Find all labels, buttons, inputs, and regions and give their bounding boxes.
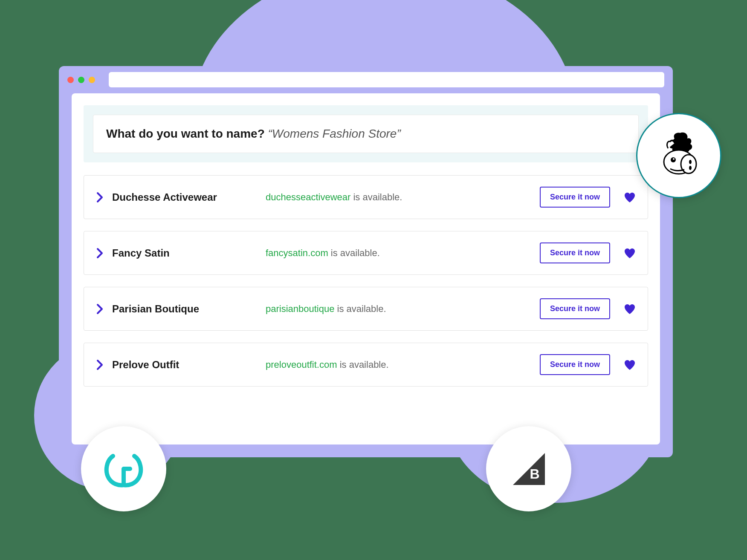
heart-icon[interactable] <box>624 192 636 203</box>
results-list: Duchesse Activewear duchesseactivewear i… <box>84 175 648 387</box>
result-availability: preloveoutfit.com is available. <box>266 359 531 370</box>
page-content: What do you want to name? “Womens Fashio… <box>72 93 660 445</box>
url-bar[interactable] <box>109 72 664 87</box>
godaddy-icon <box>100 447 147 490</box>
result-row[interactable]: Fancy Satin fancysatin.com is available.… <box>84 231 648 275</box>
partner-badge-godaddy <box>81 426 166 511</box>
secure-button[interactable]: Secure it now <box>540 354 610 375</box>
result-domain: fancysatin.com <box>266 248 328 258</box>
browser-window: What do you want to name? “Womens Fashio… <box>59 66 673 457</box>
chevron-right-icon <box>96 248 104 259</box>
chevron-right-icon <box>96 303 104 315</box>
result-domain: parisianboutique <box>266 303 334 314</box>
secure-button[interactable]: Secure it now <box>540 187 610 208</box>
chevron-right-icon <box>96 192 104 203</box>
availability-suffix: is available. <box>328 248 380 258</box>
svg-point-1 <box>681 155 696 173</box>
result-domain: duchesseactivewear <box>266 192 350 202</box>
result-name: Prelove Outfit <box>112 359 257 371</box>
availability-suffix: is available. <box>337 359 389 370</box>
svg-point-3 <box>673 158 675 160</box>
result-row[interactable]: Parisian Boutique parisianboutique is av… <box>84 287 648 331</box>
result-name: Parisian Boutique <box>112 303 257 315</box>
svg-point-4 <box>689 160 692 164</box>
window-controls <box>67 77 95 83</box>
donkey-mascot-icon <box>651 128 706 183</box>
availability-suffix: is available. <box>350 192 402 202</box>
close-window-button[interactable] <box>67 77 74 83</box>
heart-icon[interactable] <box>624 303 636 315</box>
search-prompt-value: “Womens Fashion Store” <box>268 127 401 140</box>
search-prompt-label: What do you want to name? <box>106 127 265 140</box>
result-row[interactable]: Prelove Outfit preloveoutfit.com is avai… <box>84 343 648 387</box>
availability-suffix: is available. <box>334 303 386 314</box>
result-domain: preloveoutfit.com <box>266 359 337 370</box>
bigcommerce-icon: B <box>513 453 545 485</box>
minimize-window-button[interactable] <box>78 77 84 83</box>
result-availability: duchesseactivewear is available. <box>266 192 531 203</box>
maximize-window-button[interactable] <box>89 77 95 83</box>
result-name: Duchesse Activewear <box>112 191 257 203</box>
heart-icon[interactable] <box>624 248 636 259</box>
partner-badge-mascot <box>636 113 721 198</box>
secure-button[interactable]: Secure it now <box>540 298 610 319</box>
heart-icon[interactable] <box>624 359 636 370</box>
result-availability: fancysatin.com is available. <box>266 248 531 259</box>
result-row[interactable]: Duchesse Activewear duchesseactivewear i… <box>84 175 648 219</box>
browser-chrome <box>59 66 673 93</box>
result-name: Fancy Satin <box>112 247 257 259</box>
chevron-right-icon <box>96 359 104 370</box>
search-box[interactable]: What do you want to name? “Womens Fashio… <box>93 115 639 153</box>
result-availability: parisianboutique is available. <box>266 303 531 315</box>
partner-badge-bigcommerce: B <box>486 426 571 511</box>
secure-button[interactable]: Secure it now <box>540 242 610 263</box>
svg-point-5 <box>689 166 692 170</box>
search-banner: What do you want to name? “Womens Fashio… <box>84 105 648 162</box>
svg-point-2 <box>671 157 676 162</box>
